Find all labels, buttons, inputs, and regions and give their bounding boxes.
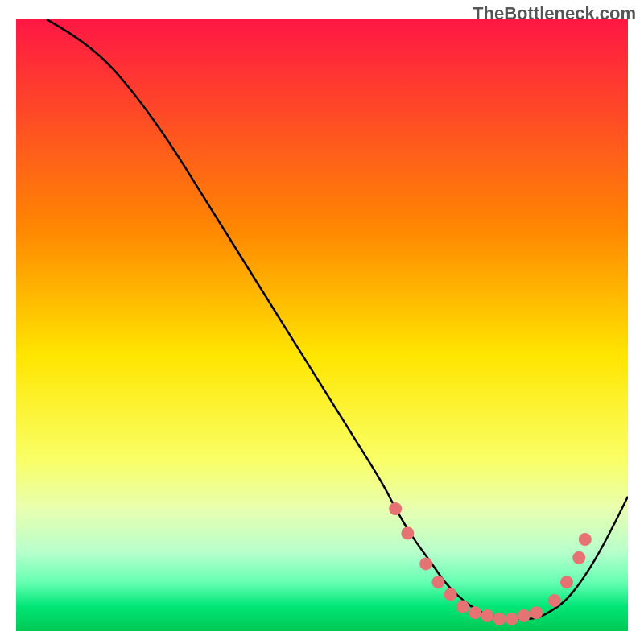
highlight-dot — [518, 609, 530, 622]
highlight-dot — [431, 576, 444, 588]
watermark-text: TheBottleneck.com — [473, 3, 636, 24]
highlight-dot — [560, 576, 573, 588]
highlight-dot — [444, 588, 457, 601]
highlight-dot — [579, 533, 592, 546]
highlight-dot — [572, 551, 585, 564]
highlight-dot — [548, 594, 561, 607]
chart-background — [16, 19, 628, 631]
plot-area — [16, 19, 628, 631]
highlight-dot — [493, 613, 506, 625]
highlight-dot — [469, 606, 481, 619]
chart-container: TheBottleneck.com — [0, 0, 644, 644]
highlight-dot — [506, 613, 518, 625]
chart-svg — [16, 19, 628, 631]
highlight-dot — [456, 601, 469, 613]
highlight-dot — [530, 606, 543, 619]
highlight-dot — [481, 609, 493, 622]
highlight-dot — [419, 557, 432, 570]
highlight-dot — [389, 502, 402, 515]
highlight-dot — [401, 526, 414, 539]
